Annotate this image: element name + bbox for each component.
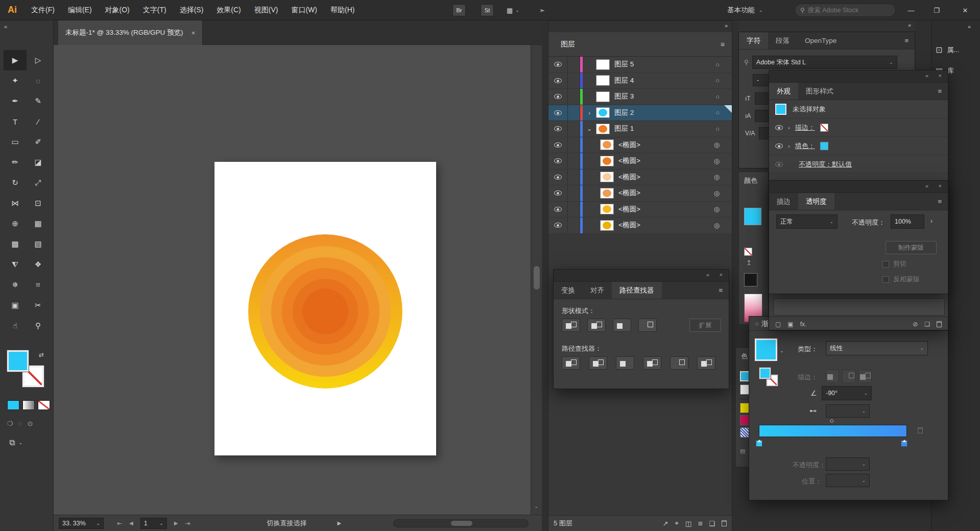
ellipse-artwork[interactable] <box>302 288 348 334</box>
screen-mode-icon[interactable]: ⧉ <box>9 438 15 447</box>
rectangle-tool[interactable]: ▭ <box>4 132 27 152</box>
stop-position-select[interactable]: ⌄ <box>826 474 870 487</box>
stroke-along-icon[interactable] <box>842 370 855 383</box>
delete-layer-icon[interactable] <box>722 520 727 526</box>
target-icon[interactable]: ◎ <box>714 141 720 149</box>
out-of-gamut-icon[interactable]: ↥ <box>746 259 752 267</box>
target-icon[interactable]: ◎ <box>714 157 720 165</box>
layer-row[interactable]: ⌄ 图层 1 ○ <box>548 121 732 137</box>
tab-transform[interactable]: 变换 <box>554 282 583 299</box>
object-row[interactable]: <椭圆> ◎ <box>548 153 732 170</box>
layer-row[interactable]: 图层 3 ○ <box>548 89 732 105</box>
object-row[interactable]: <椭圆> ◎ <box>548 170 732 186</box>
object-name[interactable]: <椭圆> <box>618 156 640 165</box>
symbol-sprayer-tool[interactable]: ✵ <box>4 275 27 295</box>
visibility-toggle[interactable] <box>548 137 568 153</box>
swatch-libraries-icon[interactable]: ▤ <box>740 448 745 454</box>
opacity-input[interactable]: 100% <box>891 214 924 229</box>
add-stroke-icon[interactable]: ▢ <box>775 321 781 328</box>
fill-color-swatch[interactable] <box>820 142 828 150</box>
artboard-tool[interactable]: ▣ <box>4 295 27 316</box>
target-icon[interactable]: ○ <box>715 125 720 133</box>
slice-tool[interactable]: ✂ <box>27 295 50 316</box>
collapse-panel-icon[interactable]: « <box>706 272 709 278</box>
layer-name[interactable]: 图层 2 <box>614 108 634 117</box>
status-flyout-icon[interactable]: ▶ <box>338 520 342 526</box>
layer-row-selected[interactable]: › 图层 2 ○ <box>548 105 732 122</box>
visibility-toggle[interactable] <box>548 105 568 121</box>
clipping-mask-icon[interactable]: ◫ <box>685 520 691 527</box>
direct-selection-tool[interactable]: ▷ <box>27 50 50 70</box>
add-fill-icon[interactable]: ▣ <box>787 321 793 328</box>
layer-row[interactable]: 图层 5 ○ <box>548 57 732 73</box>
hand-tool[interactable]: ☝ <box>4 316 27 336</box>
intersect-button[interactable] <box>613 319 631 332</box>
gradient-angle-select[interactable]: -90° ⌄ <box>822 386 872 400</box>
close-panel-icon[interactable]: × <box>939 73 942 79</box>
previous-page-icon[interactable]: ◀ <box>129 520 133 526</box>
menu-view[interactable]: 视图(V) <box>248 0 285 20</box>
type-tool[interactable]: T <box>4 111 27 132</box>
width-tool[interactable]: ⋈ <box>4 193 27 213</box>
zoom-select[interactable]: 33. 33% ⌄ <box>59 518 104 529</box>
page-number-select[interactable]: 1 ⌄ <box>140 518 167 529</box>
blend-tool[interactable]: ❖ <box>27 254 50 275</box>
unite-button[interactable] <box>562 319 580 332</box>
mesh-tool[interactable]: ▩ <box>4 234 27 254</box>
object-name[interactable]: <椭圆> <box>618 205 640 214</box>
target-icon[interactable]: ○ <box>715 61 720 68</box>
target-icon[interactable]: ◎ <box>714 222 720 229</box>
add-effect-icon[interactable]: fx. <box>800 321 807 328</box>
stock-search[interactable]: ⚲ <box>795 4 896 17</box>
bridge-button[interactable]: Br <box>452 4 466 16</box>
collapse-panel-icon[interactable]: « <box>925 183 928 189</box>
arrange-documents-button[interactable]: ▦ ⌄ <box>507 0 519 20</box>
expand-icon[interactable]: › <box>583 110 596 116</box>
none-mode-button[interactable] <box>38 400 50 410</box>
rotate-tool[interactable]: ↻ <box>4 173 27 193</box>
color-mode-button[interactable] <box>7 400 19 410</box>
invert-mask-checkbox[interactable] <box>882 276 889 283</box>
gradient-slider[interactable] <box>759 425 907 437</box>
object-name[interactable]: <椭圆> <box>618 221 640 230</box>
document-tab[interactable]: 未标题-1* @ 33.33% (RGB/GPU 预览) × <box>58 20 203 45</box>
tab-appearance[interactable]: 外观 <box>769 83 798 100</box>
lock-toggle[interactable] <box>568 137 580 153</box>
layer-name[interactable]: 图层 4 <box>614 76 634 85</box>
make-mask-button[interactable]: 制作蒙版 <box>886 241 937 254</box>
eye-icon[interactable] <box>775 125 783 130</box>
eye-icon[interactable] <box>775 143 783 149</box>
visibility-toggle[interactable] <box>548 73 568 89</box>
canvas[interactable] <box>54 45 531 515</box>
object-name[interactable]: <椭圆> <box>618 173 640 182</box>
gradient-type-select[interactable]: 线性 ⌄ <box>826 341 928 355</box>
close-panel-icon[interactable]: × <box>939 183 942 189</box>
collapse-panel-icon[interactable]: « <box>925 73 928 79</box>
close-tab-icon[interactable]: × <box>192 29 196 37</box>
scroll-down-icon[interactable]: ⌄ <box>534 503 538 509</box>
expand-icon[interactable]: › <box>788 143 790 149</box>
shape-builder-tool[interactable]: ⊕ <box>4 213 27 234</box>
menu-select[interactable]: 选择(S) <box>173 0 210 20</box>
swap-fill-stroke-icon[interactable]: ⇄ <box>39 351 44 358</box>
target-icon[interactable]: ◎ <box>714 189 720 197</box>
stroke-row-label[interactable]: 描边： <box>795 123 815 132</box>
gradient-mode-button[interactable] <box>22 400 35 410</box>
line-segment-tool[interactable]: ∕ <box>27 111 50 132</box>
lock-toggle[interactable] <box>568 153 580 169</box>
zoom-tool[interactable]: ⚲ <box>27 316 50 336</box>
fill-row-label[interactable]: 填色： <box>795 141 815 151</box>
panel-menu-icon[interactable]: ≡ <box>931 193 948 210</box>
stroke-within-icon[interactable] <box>826 370 839 383</box>
minus-back-button[interactable] <box>697 356 715 370</box>
collapse-tools-icon[interactable]: « <box>4 23 7 30</box>
layer-name[interactable]: 图层 1 <box>614 124 634 133</box>
visibility-toggle[interactable] <box>548 153 568 169</box>
locate-object-icon[interactable]: ⌖ <box>675 519 678 527</box>
expand-icon[interactable]: › <box>788 125 790 131</box>
black-swatch[interactable] <box>744 273 757 286</box>
eye-icon[interactable] <box>775 162 783 167</box>
panel-menu-icon[interactable]: ≡ <box>721 40 725 49</box>
lock-toggle[interactable] <box>568 202 580 218</box>
expand-dock-icon[interactable]: « <box>968 23 971 30</box>
